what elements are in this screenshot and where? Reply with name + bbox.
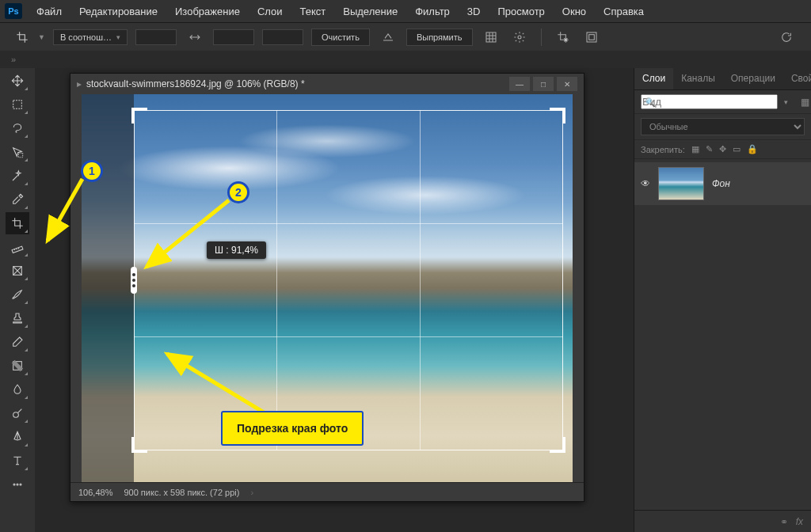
brush-tool[interactable] [6,283,29,306]
clear-button[interactable]: Очистить [311,28,370,46]
close-button[interactable]: ✕ [557,77,577,91]
menu-bar: Ps Файл Редактирование Изображение Слои … [0,0,811,22]
annotation-arrow-2 [140,196,235,277]
menu-select[interactable]: Выделение [335,2,406,21]
lock-artboard-icon[interactable]: ▭ [733,144,741,154]
crop-handle-bl[interactable] [131,437,147,453]
link-layers-icon[interactable]: ⚭ [780,516,788,527]
visibility-toggle-icon[interactable]: 👁 [641,178,650,189]
separator [541,28,542,46]
eyedropper-tool[interactable] [6,188,29,211]
menu-help[interactable]: Справка [596,2,652,21]
menu-text[interactable]: Текст [292,2,334,21]
ruler-tool[interactable] [6,236,29,258]
svg-rect-1 [587,32,596,42]
crop-height-input[interactable] [213,29,254,45]
straighten-button[interactable]: Выпрямить [406,28,473,46]
annotation-badge-1: 1 [81,160,103,182]
menu-layers[interactable]: Слои [249,2,291,21]
quick-select-tool[interactable] [6,141,29,163]
menu-file[interactable]: Файл [29,2,70,21]
chevron-right-icon[interactable]: › [250,488,253,497]
menu-filter[interactable]: Фильтр [407,2,458,21]
lasso-tool[interactable] [6,117,29,139]
gear-icon[interactable] [509,28,530,47]
tab-actions[interactable]: Операции [723,68,783,89]
crop-handle-tr[interactable] [550,108,565,124]
document-tab-strip: » [0,51,811,68]
straighten-icon[interactable] [378,28,398,47]
crop-width-input[interactable] [135,29,177,45]
tab-overflow-icon[interactable]: » [11,55,16,64]
document-canvas[interactable]: Ш : 91,4% 2 Подрезка края фото [70,94,584,482]
layer-fx-icon[interactable]: fx [796,516,803,527]
marquee-tool[interactable] [6,93,29,116]
blend-mode-select[interactable]: Обычные [641,118,805,135]
swap-dimensions-icon[interactable] [185,28,205,47]
pen-tool[interactable] [6,426,29,448]
gradient-tool[interactable] [6,355,29,377]
lock-pixels-icon[interactable]: ▦ [691,144,699,154]
svg-point-11 [20,484,21,485]
svg-rect-4 [18,153,22,157]
crop-handle-br[interactable] [550,437,565,453]
image-preview[interactable]: Ш : 91,4% 2 Подрезка края фото [82,94,573,482]
chevron-down-icon[interactable]: ▾ [784,98,788,106]
content-aware-icon[interactable] [581,28,602,47]
status-dimensions: 900 пикс. x 598 пикс. (72 ppi) [124,488,239,497]
document-status-bar: 106,48% 900 пикс. x 598 пикс. (72 ppi) › [70,482,584,501]
lock-row: Закрепить: ▦ ✎ ✥ ▭ 🔒 [634,140,811,159]
delete-cropped-icon[interactable] [553,28,573,47]
svg-point-9 [13,484,15,485]
document-window: ▸ stockvault-swimmers186924.jpg @ 106% (… [70,73,584,502]
aspect-ratio-dropdown[interactable]: В соотнош… ▾ [53,29,128,45]
reset-icon[interactable] [776,28,797,47]
lock-all-icon[interactable]: 🔒 [747,144,758,154]
document-title: stockvault-swimmers186924.jpg @ 106% (RG… [86,78,305,89]
type-tool[interactable] [6,450,29,472]
grid-overlay-icon[interactable] [481,28,501,47]
filter-pictures-icon[interactable]: ▦ [801,97,809,108]
layer-row[interactable]: 👁 Фон [634,162,811,205]
menu-edit[interactable]: Редактирование [71,2,166,21]
lock-position-icon[interactable]: ✥ [719,144,726,154]
menu-view[interactable]: Просмотр [489,2,552,21]
lock-brush-icon[interactable]: ✎ [706,144,713,154]
menu-image[interactable]: Изображение [167,2,248,21]
frame-tool[interactable] [6,260,29,282]
layers-list: 👁 Фон [634,159,811,510]
maximize-button[interactable]: □ [533,77,554,91]
layer-name[interactable]: Фон [712,178,730,189]
svg-point-0 [518,36,521,39]
svg-point-10 [17,484,18,485]
chevron-down-icon[interactable]: ▼ [38,33,45,41]
menu-window[interactable]: Окно [554,2,594,21]
crop-tool-indicator-icon [14,29,30,45]
layer-thumbnail[interactable] [658,167,704,200]
move-tool[interactable] [6,70,29,92]
minimize-button[interactable]: — [509,77,530,91]
crop-resolution-input[interactable] [262,29,303,45]
crop-tool[interactable] [6,212,29,234]
panel-tabs: Слои Каналы Операции Свой [634,68,811,90]
status-zoom[interactable]: 106,48% [78,488,112,497]
stamp-tool[interactable] [6,307,29,329]
more-tools-icon[interactable] [6,473,29,496]
svg-rect-2 [588,34,594,40]
layer-filter-input[interactable] [641,94,778,109]
crop-handle-tl[interactable] [131,108,147,124]
tab-layers[interactable]: Слои [634,68,673,89]
crop-handle-left[interactable] [131,267,137,294]
blur-tool[interactable] [6,378,29,401]
tools-panel [0,68,35,532]
magic-wand-tool[interactable] [6,165,29,187]
crop-dimmed-region [82,94,134,482]
menu-3d[interactable]: 3D [459,2,489,21]
search-icon: 🔍 [645,97,656,108]
dodge-tool[interactable] [6,402,29,424]
document-titlebar[interactable]: ▸ stockvault-swimmers186924.jpg @ 106% (… [70,74,584,94]
svg-rect-3 [13,101,22,109]
tab-channels[interactable]: Каналы [673,68,723,89]
tab-properties[interactable]: Свой [783,68,811,89]
eraser-tool[interactable] [6,331,29,353]
